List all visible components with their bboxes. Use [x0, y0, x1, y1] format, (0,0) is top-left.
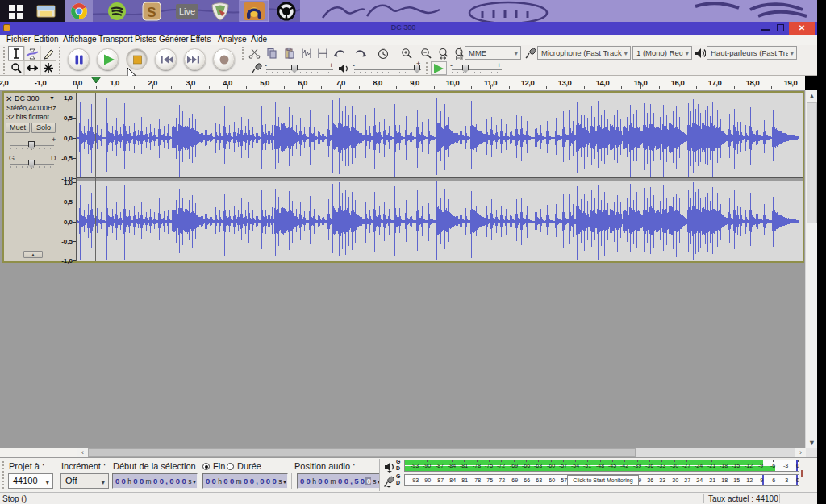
svg-text:Live: Live — [179, 6, 195, 16]
svg-text:S: S — [147, 5, 156, 20]
